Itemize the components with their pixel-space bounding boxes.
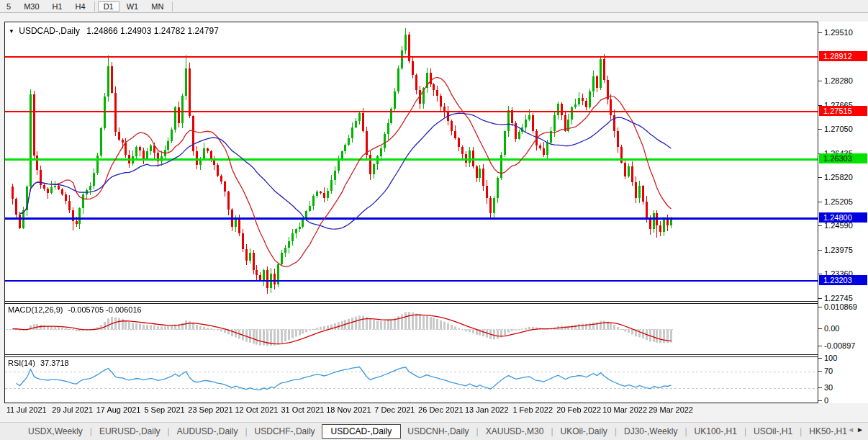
time-axis[interactable]: 11 Jul 202129 Jul 202117 Aug 20215 Sep 2… bbox=[0, 405, 868, 417]
price-tick-label: 1.28280 bbox=[824, 76, 853, 86]
chart-tab-dj30-weekly[interactable]: DJ30-,Weekly bbox=[618, 425, 684, 438]
rsi-tick-label: 0 bbox=[824, 396, 828, 405]
toolbar-separator bbox=[172, 1, 173, 12]
chart-tab-eurusd-daily[interactable]: EURUSD-,Daily bbox=[93, 425, 167, 438]
axis-tick-mark bbox=[818, 371, 822, 372]
chart-tab-usdcnh-daily[interactable]: USDCNH-,Daily bbox=[401, 425, 475, 438]
price-tick-label: 1.25820 bbox=[824, 173, 853, 182]
chart-tab-usdcad-daily[interactable]: USDCAD-,Daily bbox=[322, 424, 402, 439]
axis-tick-mark bbox=[818, 250, 822, 251]
price-tick-label: 1.27050 bbox=[824, 125, 853, 134]
date-label: 29 Mar 2022 bbox=[648, 405, 693, 414]
axis-tick-mark bbox=[818, 387, 822, 388]
rsi-tick-label: 100 bbox=[824, 354, 837, 363]
tab-scroll-arrows: ◄► bbox=[847, 426, 866, 434]
date-label: 10 Mar 2022 bbox=[602, 405, 647, 414]
timeframe-button-w1[interactable]: W1 bbox=[121, 1, 145, 12]
price-axis[interactable]: 1.295101.282801.276651.270501.264351.258… bbox=[818, 22, 868, 403]
macd-tick-label: 0.010869 bbox=[824, 302, 857, 312]
price-chart-canvas[interactable] bbox=[5, 22, 818, 301]
axis-tick-mark bbox=[818, 129, 822, 130]
date-label: 13 Jan 2022 bbox=[465, 405, 509, 414]
date-label: 7 Dec 2021 bbox=[374, 405, 415, 414]
axis-tick-mark bbox=[818, 346, 822, 346]
price-level-badge: 1.24800 bbox=[819, 212, 867, 223]
price-tick-label: 1.25205 bbox=[824, 197, 853, 207]
dropdown-triangle-icon[interactable]: ▼ bbox=[9, 28, 14, 35]
chart-title: ▼ USDCAD-,Daily 1.24866 1.24903 1.24782 … bbox=[9, 26, 219, 36]
tab-scroll-right-icon[interactable]: ► bbox=[856, 426, 866, 434]
mt4-window: 5M30H1H4D1W1MN ▼ USDCAD-,Daily 1.24866 1… bbox=[0, 0, 868, 440]
axis-tick-mark bbox=[818, 81, 822, 81]
axis-tick-mark bbox=[818, 307, 822, 307]
timeframe-button-d1[interactable]: D1 bbox=[98, 1, 119, 12]
price-tick-label: 1.23975 bbox=[824, 246, 853, 255]
rsi-current-value: 37.3718 bbox=[40, 359, 69, 367]
tab-scroll-left-icon[interactable]: ◄ bbox=[847, 426, 856, 434]
date-label: 20 Feb 2022 bbox=[556, 405, 601, 414]
date-label: 11 Jul 2021 bbox=[6, 405, 47, 414]
date-label: 31 Oct 2021 bbox=[281, 405, 324, 414]
rsi-tick-label: 30 bbox=[824, 383, 833, 392]
date-label: 23 Sep 2021 bbox=[188, 405, 232, 414]
price-level-badge: 1.28912 bbox=[819, 51, 867, 61]
macd-indicator-label: MACD(12,26,9) -0.005705 -0.006016 bbox=[8, 305, 142, 314]
axis-tick-mark bbox=[818, 274, 822, 274]
chart-symbol-period: USDCAD-,Daily bbox=[19, 26, 80, 36]
macd-name: MACD(12,26,9) bbox=[8, 305, 63, 314]
rsi-name: RSI(14) bbox=[8, 359, 35, 367]
axis-tick-mark bbox=[818, 298, 822, 299]
chart-tab-uk100-h1[interactable]: UK100-,H1 bbox=[688, 425, 743, 438]
chart-ohlc-quote: 1.24866 1.24903 1.24782 1.24797 bbox=[86, 26, 219, 36]
chart-frame: ▼ USDCAD-,Daily 1.24866 1.24903 1.24782 … bbox=[4, 22, 818, 403]
timeframe-button-h1[interactable]: H1 bbox=[47, 1, 68, 12]
timeframe-button-5[interactable]: 5 bbox=[1, 1, 17, 12]
chart-tab-audusd-daily[interactable]: AUDUSD-,Daily bbox=[171, 425, 245, 438]
macd-tick-label: -0.00897 bbox=[824, 341, 855, 351]
date-label: 18 Nov 2021 bbox=[326, 405, 371, 414]
date-label: 5 Sep 2021 bbox=[144, 405, 184, 414]
axis-tick-mark bbox=[818, 32, 822, 33]
chart-tab-usdchf-daily[interactable]: USDCHF-,Daily bbox=[248, 425, 322, 438]
date-label: 1 Feb 2022 bbox=[512, 405, 553, 414]
chart-tab-ukoil-daily[interactable]: UKOil-,Daily bbox=[554, 425, 614, 438]
macd-current-values: -0.005705 -0.006016 bbox=[68, 305, 141, 314]
price-level-badge: 1.27515 bbox=[819, 106, 867, 116]
axis-tick-mark bbox=[818, 225, 822, 226]
rsi-indicator-label: RSI(14) 37.3718 bbox=[8, 359, 69, 367]
chart-tab-bar: USDX,Weekly|EURUSD-,Daily|AUDUSD-,Daily|… bbox=[0, 422, 868, 440]
chart-tab-xauusd-m30[interactable]: XAUUSD-,M30 bbox=[479, 425, 551, 438]
price-tick-label: 1.29510 bbox=[824, 28, 853, 37]
timeframe-button-h4[interactable]: H4 bbox=[70, 1, 91, 12]
chart-tab-usoil-h1[interactable]: USOil-,H1 bbox=[747, 425, 799, 438]
price-level-badge: 1.23203 bbox=[819, 275, 867, 285]
axis-tick-mark bbox=[818, 400, 822, 401]
timeframe-button-m30[interactable]: M30 bbox=[18, 1, 45, 12]
axis-tick-mark bbox=[818, 202, 822, 202]
date-label: 29 Jul 2021 bbox=[52, 405, 93, 414]
rsi-pane-canvas[interactable] bbox=[5, 357, 818, 403]
axis-tick-mark bbox=[818, 358, 822, 359]
date-label: 17 Aug 2021 bbox=[96, 405, 141, 414]
toolbar-separator bbox=[94, 1, 95, 12]
chart-tab-hk50-h1[interactable]: HK50-,H1 bbox=[803, 425, 854, 438]
axis-tick-mark bbox=[818, 328, 822, 329]
chart-tab-usdx-weekly[interactable]: USDX,Weekly bbox=[22, 425, 89, 438]
axis-tick-mark bbox=[818, 177, 822, 178]
date-label: 12 Oct 2021 bbox=[235, 405, 279, 414]
timeframe-button-mn[interactable]: MN bbox=[145, 1, 169, 12]
rsi-tick-label: 70 bbox=[824, 367, 833, 376]
timeframe-toolbar: 5M30H1H4D1W1MN bbox=[0, 0, 868, 13]
macd-tick-label: 0.00 bbox=[824, 324, 839, 333]
price-level-badge: 1.26303 bbox=[819, 153, 867, 163]
date-label: 26 Dec 2021 bbox=[418, 405, 463, 414]
